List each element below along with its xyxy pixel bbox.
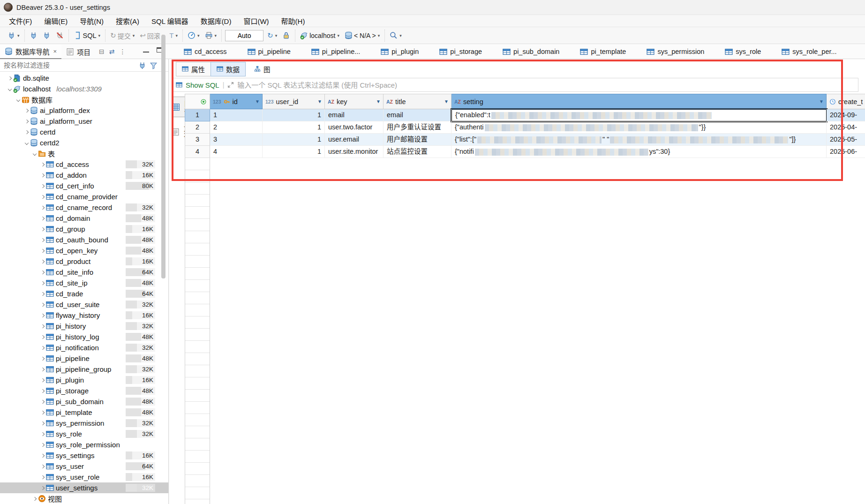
cell-create-time[interactable]: 2025-05-: [827, 134, 865, 146]
chevron-right-icon[interactable]: [41, 335, 45, 339]
chevron-right-icon[interactable]: [41, 173, 45, 177]
chevron-right-icon[interactable]: [41, 292, 45, 295]
chevron-right-icon[interactable]: [41, 302, 45, 306]
link-with-editor-icon[interactable]: ⇄: [109, 48, 115, 55]
cell-setting[interactable]: {"authenti"}}: [451, 121, 827, 134]
tree-item-table[interactable]: cd_site_info64K: [0, 267, 168, 278]
commit-button[interactable]: ↻提交▾: [109, 30, 136, 41]
sort-dropdown-icon[interactable]: ▼: [376, 99, 381, 104]
row-number[interactable]: 4: [185, 146, 210, 158]
editor-tab-sys-role-per[interactable]: sys_role_per...: [772, 44, 846, 59]
tree-item-table[interactable]: cd_trade64K: [0, 288, 168, 299]
cell-id[interactable]: 1: [210, 109, 263, 121]
tree-item-table[interactable]: cd_product16K: [0, 256, 168, 267]
cell-key[interactable]: user.email: [325, 134, 384, 146]
connection-filter-input[interactable]: [0, 60, 138, 71]
print-button[interactable]: ▾: [203, 30, 218, 40]
chevron-right-icon[interactable]: [41, 259, 45, 263]
sort-dropdown-icon[interactable]: ▼: [317, 99, 322, 104]
chevron-right-icon[interactable]: [41, 205, 45, 209]
chevron-right-icon[interactable]: [41, 367, 45, 371]
tree-item-table[interactable]: cd_addon16K: [0, 170, 168, 181]
tree-item-table[interactable]: sys_role32K: [0, 429, 168, 439]
tree-item-table[interactable]: pi_plugin16K: [0, 375, 168, 385]
tree-item-table[interactable]: cd_cname_provider: [0, 191, 168, 202]
chevron-right-icon[interactable]: [41, 195, 45, 198]
sidebar-scrollbar[interactable]: [161, 35, 165, 278]
menu-sql-editor[interactable]: SQL 编辑器: [145, 16, 195, 26]
cell-setting[interactable]: {"notifiys":30}: [451, 146, 827, 158]
chevron-right-icon[interactable]: [41, 486, 45, 489]
tree-item-tables-folder[interactable]: 表: [0, 148, 168, 159]
tree-item-user-settings-selected[interactable]: user_settings32K: [0, 482, 168, 493]
cell-user-id[interactable]: 1: [263, 109, 325, 121]
chevron-right-icon[interactable]: [41, 475, 45, 479]
tab-data[interactable]: 数据: [211, 62, 246, 76]
editor-tab-sys-role[interactable]: sys_role: [715, 44, 770, 59]
chevron-right-icon[interactable]: [41, 248, 45, 252]
tree-item-table[interactable]: cd_oauth_bound48K: [0, 234, 168, 245]
tab-diagram[interactable]: 图: [248, 62, 276, 76]
tree-item-table[interactable]: sys_settings16K: [0, 450, 168, 461]
plug-icon[interactable]: [138, 61, 146, 69]
cell-title[interactable]: 用户多重认证设置: [384, 121, 451, 134]
funnel-filter-icon[interactable]: [150, 61, 158, 69]
dashboard-button[interactable]: ▾: [186, 30, 201, 40]
cell-id[interactable]: 3: [210, 134, 263, 146]
transaction-filter-button[interactable]: T▾: [168, 31, 179, 40]
column-header-title[interactable]: AZ title ▼: [384, 94, 451, 109]
menu-file[interactable]: 文件(F): [3, 16, 38, 26]
tree-item-table[interactable]: sys_user64K: [0, 461, 168, 472]
expand-arrows-icon[interactable]: [227, 82, 234, 88]
chevron-right-icon[interactable]: [25, 130, 29, 134]
sort-dropdown-icon[interactable]: ▼: [444, 99, 449, 104]
tree-item-views-folder[interactable]: 视图: [0, 493, 168, 504]
connect-button[interactable]: [28, 30, 39, 40]
chevron-down-icon[interactable]: [33, 151, 37, 155]
reconnect-button[interactable]: [41, 30, 52, 40]
chevron-right-icon[interactable]: [41, 399, 45, 403]
tree-item-table[interactable]: sys_permission32K: [0, 418, 168, 429]
cell-key[interactable]: email: [325, 109, 384, 121]
cell-create-time[interactable]: 2025-06-: [827, 146, 865, 158]
column-header-setting[interactable]: AZ setting ▼: [451, 94, 827, 109]
chevron-down-icon[interactable]: [25, 141, 29, 144]
new-connection-button[interactable]: ▾: [6, 30, 21, 40]
row-number[interactable]: 2: [185, 121, 210, 134]
tree-item-table[interactable]: cd_access32K: [0, 159, 168, 170]
cell-user-id[interactable]: 1: [263, 134, 325, 146]
menu-edit[interactable]: 编辑(E): [38, 16, 74, 26]
chevron-right-icon[interactable]: [41, 356, 45, 360]
tree-item-table[interactable]: pi_sub_domain48K: [0, 396, 168, 407]
cell-title[interactable]: email: [384, 109, 451, 121]
cell-setting-active[interactable]: {"enabled":t: [451, 109, 827, 121]
tree-item-certd2[interactable]: certd2: [0, 137, 168, 148]
disconnect-button[interactable]: [54, 30, 65, 40]
menu-window[interactable]: 窗口(W): [237, 16, 275, 26]
tree-item-table[interactable]: flyway_history16K: [0, 310, 168, 321]
chevron-right-icon[interactable]: [41, 184, 45, 188]
editor-tab-pi-pipeline2[interactable]: pi_pipeline...: [302, 44, 369, 59]
tab-database-navigator[interactable]: 数据库导航 ×: [0, 44, 61, 59]
chevron-down-icon[interactable]: [16, 98, 20, 101]
tree-item-table[interactable]: cd_domain48K: [0, 213, 168, 224]
chevron-right-icon[interactable]: [41, 227, 45, 231]
chevron-right-icon[interactable]: [41, 281, 45, 285]
column-header-key[interactable]: AZ key ▼: [325, 94, 384, 109]
tree-item-ai-platform-dex[interactable]: ai_platform_dex: [0, 105, 168, 116]
menu-help[interactable]: 帮助(H): [275, 16, 311, 26]
chevron-right-icon[interactable]: [41, 313, 45, 317]
tree-item-table[interactable]: cd_user_suite32K: [0, 299, 168, 310]
tree-item-table[interactable]: cd_cert_info80K: [0, 181, 168, 191]
editor-tab-pi-template[interactable]: pi_template: [571, 44, 635, 59]
chevron-down-icon[interactable]: [8, 87, 12, 90]
cell-user-id[interactable]: 1: [263, 146, 325, 158]
tree-item-table[interactable]: cd_group16K: [0, 224, 168, 234]
editor-tab-pi-sub-domain[interactable]: pi_sub_domain: [493, 44, 569, 59]
tree-item-table[interactable]: cd_open_key48K: [0, 245, 168, 256]
cell-setting[interactable]: {"list":["" ""]}: [451, 134, 827, 146]
chevron-right-icon[interactable]: [41, 162, 45, 166]
chevron-right-icon[interactable]: [41, 389, 45, 392]
chevron-right-icon[interactable]: [41, 410, 45, 414]
collapse-all-icon[interactable]: ⊟: [99, 48, 105, 55]
